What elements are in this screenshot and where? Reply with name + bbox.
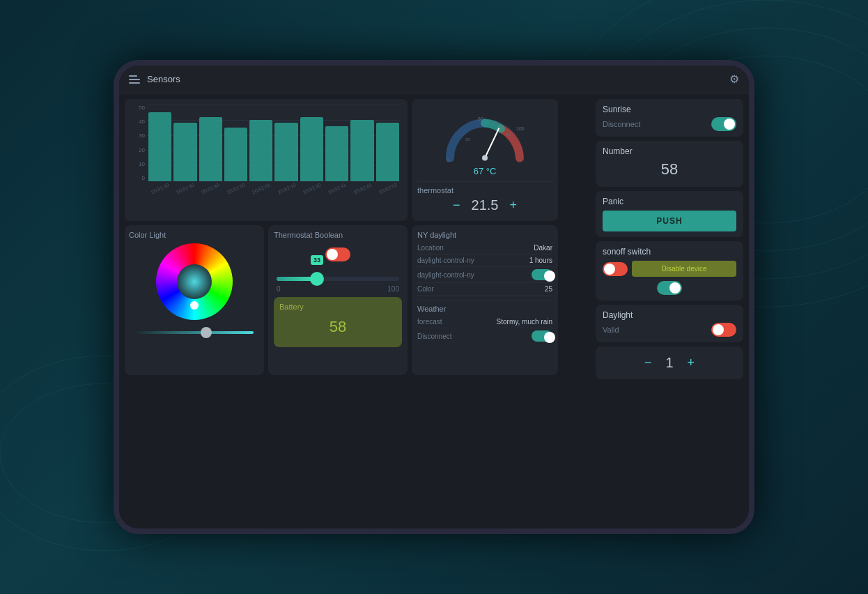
sonoff-card: sonoff switch Disable device: [596, 241, 743, 300]
x-label-8: 20:52:31: [327, 182, 347, 195]
thermostat-bool-toggle-row: [274, 243, 402, 266]
dashboard-grid: 50 40 30 20 10 0: [119, 93, 596, 528]
slider-container: 33 0 100: [274, 277, 402, 293]
bar-3: [199, 117, 222, 181]
thermostat-label: thermostat: [417, 186, 552, 197]
bar-4: [224, 128, 247, 181]
forecast-value: Stormy, much rain: [497, 318, 552, 326]
brightness-thumb[interactable]: [201, 327, 212, 338]
daylight-valid-label: Valid: [603, 326, 619, 334]
color-wheel-dot: [190, 301, 199, 310]
ny-weather-card: NY daylight Location Dakar daylight-cont…: [412, 225, 558, 375]
disable-device-button[interactable]: Disable device: [632, 261, 736, 277]
ny-location-value: Dakar: [534, 244, 552, 252]
content-area: 50 40 30 20 10 0: [119, 93, 749, 528]
ny-color-row: Color 25: [417, 283, 552, 296]
thermostat-controls: − 21.5 +: [417, 197, 552, 213]
color-light-card: Color Light: [125, 225, 264, 375]
sonoff-inner-row: [603, 281, 736, 295]
weather-disconnect-label: Disconnect: [417, 333, 451, 340]
counter-minus-button[interactable]: −: [644, 356, 652, 370]
color-wheel[interactable]: [156, 243, 233, 320]
app-title: Sensors: [147, 74, 180, 84]
y-label-0: 0: [132, 175, 147, 181]
svg-line-6: [485, 128, 499, 158]
svg-text:50: 50: [478, 116, 483, 121]
chart-bars: [147, 105, 401, 181]
battery-label: Battery: [279, 303, 396, 311]
y-label-20: 20: [132, 147, 147, 153]
tablet-frame: Sensors ⚙ 50 40 30 20 10 0: [114, 60, 754, 534]
sonoff-title: sonoff switch: [603, 247, 736, 257]
brightness-slider[interactable]: [135, 327, 253, 338]
right-sidebar: Sunrise Disconnect Number 58 Panic PUSH: [596, 93, 749, 528]
bar-10: [376, 123, 399, 181]
topbar: Sensors ⚙: [119, 66, 749, 93]
chart-xaxis: 20:51:20 20:51:30 20:51:40 20:51:50 20:5…: [147, 190, 401, 195]
slider-track[interactable]: 33: [277, 277, 399, 281]
bar-6: [274, 123, 297, 181]
thermostat-bool-toggle[interactable]: [325, 247, 350, 261]
bar-1: [148, 112, 171, 181]
sunrise-disconnect-label: Disconnect: [603, 120, 640, 128]
sunrise-toggle[interactable]: [711, 117, 736, 131]
color-light-title: Color Light: [129, 231, 260, 239]
weather-disconnect-toggle[interactable]: [532, 330, 552, 342]
daylight-card: Daylight Valid: [596, 305, 743, 342]
sunrise-card: Sunrise Disconnect: [596, 99, 743, 137]
y-label-10: 10: [132, 161, 147, 167]
thermostat-label-area: thermostat − 21.5 +: [417, 181, 552, 213]
slider-thumb[interactable]: 33: [310, 272, 324, 286]
ny-control-row2: daylight-control-ny: [417, 267, 552, 283]
number-card: Number 58: [596, 141, 743, 187]
ny-color-value: 25: [545, 285, 552, 293]
y-label-50: 50: [132, 105, 147, 111]
daylight-toggle[interactable]: [711, 323, 736, 337]
counter-value: 1: [665, 355, 673, 371]
svg-text:0: 0: [447, 157, 449, 162]
x-label-1: 20:51:20: [150, 182, 170, 195]
sonoff-row: Disable device: [603, 261, 736, 277]
y-label-40: 40: [132, 119, 147, 125]
gauge-widget: 0 50 100 20 70 80 67 °C: [440, 107, 530, 176]
x-label-7: 20:52:20: [302, 182, 322, 195]
counter-plus-button[interactable]: +: [688, 356, 695, 370]
thermostat-bool-title: Thermostat Boolean: [274, 231, 402, 239]
gauge-thermostat-card: 0 50 100 20 70 80 67 °C thermostat: [412, 99, 558, 221]
screen: Sensors ⚙ 50 40 30 20 10 0: [119, 66, 749, 528]
sonoff-toggle[interactable]: [603, 262, 628, 276]
number-value: 58: [603, 158, 736, 181]
x-label-6: 20:52:10: [277, 182, 297, 195]
weather-disconnect-row: Disconnect: [417, 328, 552, 344]
brightness-track: [135, 331, 253, 334]
battery-value: 58: [279, 312, 396, 342]
x-label-2: 20:51:30: [176, 182, 195, 195]
svg-text:100: 100: [516, 125, 525, 130]
daylight-row: Valid: [603, 323, 736, 337]
x-label-4: 20:51:50: [226, 182, 246, 195]
slider-min: 0: [277, 285, 281, 293]
push-button[interactable]: PUSH: [603, 211, 736, 231]
thermostat-minus-button[interactable]: −: [453, 198, 460, 213]
ny-control-toggle[interactable]: [532, 269, 552, 280]
number-title: Number: [603, 146, 736, 156]
chart-card: 50 40 30 20 10 0: [125, 99, 408, 221]
thermostat-plus-button[interactable]: +: [509, 198, 517, 213]
gear-icon[interactable]: ⚙: [729, 73, 739, 86]
ny-control-row1: daylight-control-ny 1 hours: [417, 254, 552, 267]
thermostat-value: 21.5: [472, 197, 499, 213]
ny-control-value1: 1 hours: [529, 257, 552, 264]
sunrise-title: Sunrise: [603, 105, 736, 114]
x-label-9: 20:52:41: [353, 182, 373, 195]
menu-icon[interactable]: [129, 75, 140, 84]
forecast-label: forecast: [417, 318, 442, 326]
x-label-5: 20:52:01: [251, 182, 271, 195]
daylight-title: Daylight: [603, 310, 736, 320]
x-label-3: 20:51:40: [201, 182, 220, 195]
svg-text:80: 80: [506, 132, 511, 136]
thermostat-boolean-card: Thermostat Boolean 33 0: [268, 225, 408, 375]
ny-location-label: Location: [417, 244, 444, 252]
sonoff-inner-toggle[interactable]: [657, 281, 682, 295]
slider-thumb-label: 33: [311, 255, 323, 265]
bar-5: [249, 120, 272, 181]
